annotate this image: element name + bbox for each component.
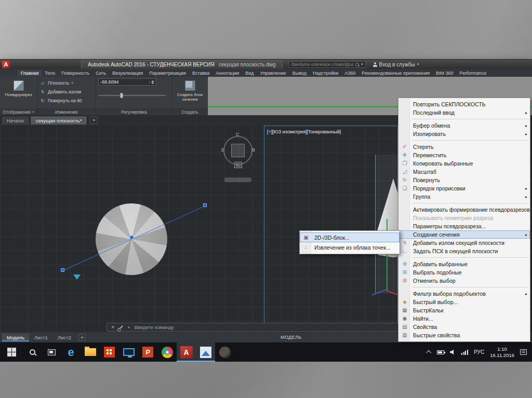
menu-rotate[interactable]: ↻ Повернуть xyxy=(398,176,530,184)
menu-recent-input[interactable]: Последний ввод xyxy=(398,108,530,117)
menu-deselect-all[interactable]: ⊘ Отменить выбор xyxy=(398,277,530,285)
ribbon-tab-view[interactable]: Вид xyxy=(242,70,257,76)
file-tab-current[interactable]: секущая плоскость* xyxy=(30,116,87,125)
edge-icon[interactable]: e xyxy=(61,342,81,362)
spinner-icon[interactable] xyxy=(149,80,154,84)
ribbon-tab-mesh[interactable]: Сеть xyxy=(92,70,109,76)
ribbon-tab-featured-apps[interactable]: Рекомендованные приложения xyxy=(358,70,433,76)
section-offset-slider[interactable] xyxy=(98,93,166,98)
slider-handle[interactable] xyxy=(120,93,123,98)
menu-find[interactable]: ◉ Найти... xyxy=(398,314,530,323)
viewcube-wcs-menu[interactable] xyxy=(224,177,251,182)
menu-quick-select[interactable]: ◈ Быстрый выбор... xyxy=(398,298,530,306)
viewcube-top-face[interactable] xyxy=(231,144,245,157)
menu-properties[interactable]: ▤ Свойства xyxy=(398,323,530,331)
ribbon-tab-surface[interactable]: Поверхность xyxy=(58,70,92,76)
language-indicator[interactable]: РУС xyxy=(474,349,484,355)
section-offset-input[interactable]: -68.6094 xyxy=(98,78,156,86)
ribbon-tab-visualize[interactable]: Визуализация xyxy=(109,70,146,76)
menu-live-section-settings[interactable]: Параметры псевдоразреза... xyxy=(398,222,530,230)
search-icon[interactable] xyxy=(355,63,359,66)
menu-activate-live-section[interactable]: Активировать формирование псевдоразрезов xyxy=(398,205,530,214)
model-space-button[interactable]: МОДЕЛЬ xyxy=(281,335,302,340)
panel-label-display[interactable]: Отображение xyxy=(0,108,37,115)
autocad-taskbar-icon[interactable]: A xyxy=(177,342,196,362)
ribbon-tab-addins[interactable]: Надстройки xyxy=(310,70,341,76)
minimize-button[interactable] xyxy=(501,61,510,68)
battery-icon[interactable] xyxy=(437,350,444,354)
ribbon-tab-solid[interactable]: Тело xyxy=(42,70,58,76)
ribbon-tab-bim360[interactable]: BIM 360 xyxy=(433,70,457,76)
menu-draw-order[interactable]: ❏ Порядок прорисовки xyxy=(398,184,530,193)
panel-label-create[interactable]: Создать xyxy=(172,108,207,115)
section-line-grip[interactable] xyxy=(130,236,134,239)
menu-add-jog[interactable]: ↯ Добавить излом секущей плоскости xyxy=(398,239,530,247)
file-tab-start[interactable]: Начало xyxy=(1,116,30,125)
ribbon-tab-parametric[interactable]: Параметризация xyxy=(146,70,189,76)
help-search-input[interactable] xyxy=(291,62,353,67)
panel-label-modify[interactable]: Изменение xyxy=(37,108,96,115)
menu-scale[interactable]: ◿ Масштаб xyxy=(398,168,530,176)
menu-erase[interactable]: ✐ Стереть xyxy=(398,143,530,151)
layout-tab-model[interactable]: Модель xyxy=(2,334,29,341)
powerpoint-icon[interactable]: P xyxy=(138,342,157,362)
add-layout-button[interactable] xyxy=(78,334,86,341)
section-line-grip[interactable] xyxy=(61,268,64,272)
gimp-icon[interactable] xyxy=(215,342,234,362)
taskbar-search-button[interactable] xyxy=(23,342,42,362)
close-button[interactable] xyxy=(521,61,530,68)
section-direction-arrow-icon[interactable] xyxy=(73,275,81,280)
layout-tab-sheet2[interactable]: Лист2 xyxy=(53,334,76,341)
viewcube-south-label[interactable]: Ю xyxy=(234,162,242,168)
menu-align-ucs[interactable]: ∟ Задать ПСК в секущей плоскости xyxy=(398,247,530,255)
create-section-block-button[interactable]: Создать блок сечения xyxy=(175,78,205,102)
ribbon-tab-a360[interactable]: A360 xyxy=(341,70,358,76)
ribbon-tab-annotate[interactable]: Аннотации xyxy=(212,70,242,76)
help-search-box[interactable]: ▾ xyxy=(289,61,366,68)
chrome-icon[interactable] xyxy=(157,342,177,362)
menu-repeat-sectionplane[interactable]: Повторить СЕКПЛОСКОСТЬ xyxy=(398,100,530,108)
search-caret-icon[interactable]: ▾ xyxy=(361,62,363,66)
ribbon-tab-insert[interactable]: Вставка xyxy=(189,70,212,76)
menu-subobject-filter[interactable]: Фильтр выбора подобъектов xyxy=(398,290,530,298)
action-center-icon[interactable] xyxy=(520,349,527,355)
command-line-close-icon[interactable]: × xyxy=(111,324,114,330)
add-jog-button[interactable]: ↯ Добавить излом xyxy=(39,87,94,96)
ribbon-tab-output[interactable]: Вывод xyxy=(289,70,310,76)
submenu-pointcloud-extract[interactable]: ∴ Извлечение из облака точек... xyxy=(300,242,400,252)
submenu-2d-3d-block[interactable]: ▣ 2D-/3D-блок... xyxy=(300,232,400,242)
menu-copy-selection[interactable]: ❐ Копировать выбранные xyxy=(398,159,530,168)
tray-expand-icon[interactable] xyxy=(426,350,431,355)
restore-button[interactable] xyxy=(511,61,520,68)
network-icon[interactable] xyxy=(461,350,468,355)
menu-isolate[interactable]: Изолировать xyxy=(398,130,530,138)
photos-icon[interactable] xyxy=(196,342,215,362)
ribbon-tab-home[interactable]: Главная xyxy=(18,70,42,76)
task-view-button[interactable] xyxy=(42,342,61,362)
menu-quickcalc[interactable]: ▦ БыстрКальк xyxy=(398,306,530,314)
viewcube-east-label[interactable]: В xyxy=(252,147,255,153)
plane-dropdown-button[interactable]: ▱ Плоскость xyxy=(39,78,94,87)
menu-group[interactable]: Группа xyxy=(398,193,530,201)
layout-tab-sheet1[interactable]: Лист1 xyxy=(30,334,52,341)
office-icon[interactable] xyxy=(100,342,119,362)
live-section-button[interactable]: Псевдоразрез xyxy=(2,78,35,97)
signin-control[interactable]: Вход в службы ▾ xyxy=(373,62,419,67)
autocad-logo-menu-button[interactable]: A xyxy=(2,61,10,68)
ribbon-tab-manage[interactable]: Управление xyxy=(257,70,289,76)
command-input[interactable]: Введите команду xyxy=(134,324,174,330)
taskbar-clock[interactable]: 1:10 16.11.2016 xyxy=(490,346,514,359)
rotate-90-button[interactable]: ↻ Повернуть на 90 xyxy=(39,96,94,105)
panel-label-adjust[interactable]: Регулировка xyxy=(96,108,172,115)
command-line[interactable]: × ▸ Введите команду xyxy=(107,323,398,332)
start-button[interactable] xyxy=(0,342,23,362)
viewport-controls-label[interactable]: [+][ЮЗ изометрия][Тонированный] xyxy=(267,129,341,134)
viewcube[interactable]: С З В Ю xyxy=(222,132,256,183)
viewcube-west-label[interactable]: З xyxy=(221,147,223,153)
monitor-icon[interactable] xyxy=(119,342,138,362)
viewcube-north-label[interactable]: С xyxy=(236,132,240,137)
add-file-tab-button[interactable] xyxy=(90,116,98,124)
menu-select-similar[interactable]: ⊞ Выбрать подобные xyxy=(398,268,530,277)
file-explorer-icon[interactable] xyxy=(81,342,100,362)
menu-move[interactable]: ✜ Переместить xyxy=(398,151,530,159)
